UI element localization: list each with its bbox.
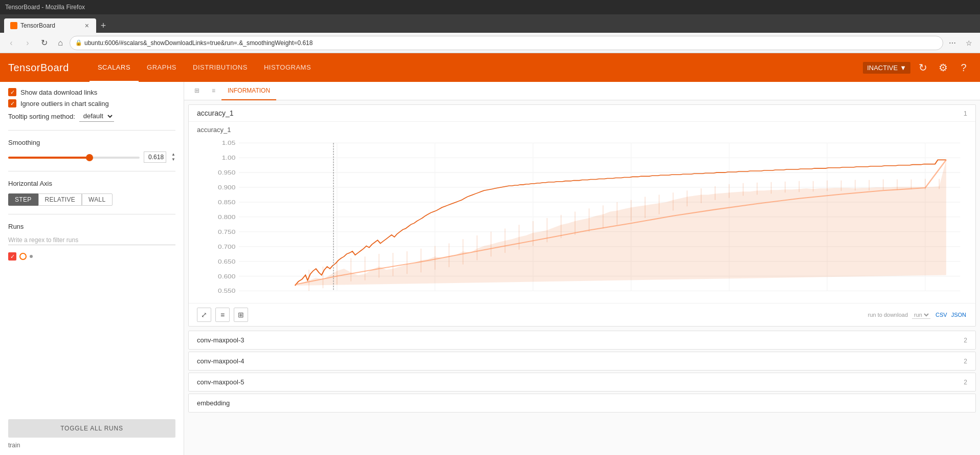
section-row-conv3[interactable]: conv-maxpool-3 2 [188,331,976,350]
section-row-embedding[interactable]: embedding [188,394,976,413]
smoothing-fill [8,157,90,159]
runs-label: Runs [8,223,175,230]
smoothing-value-input[interactable]: 0.618 [144,151,166,163]
sidebar: ✓ Show data download links ✓ Ignore outl… [0,82,184,455]
y-axis-labels: 1.05 1.00 0.950 0.900 0.850 0.800 0.750 … [218,140,236,294]
smoothing-up-btn[interactable]: ▲ [171,152,175,157]
section-title-embedding: embedding [197,399,967,407]
axis-step-button[interactable]: STEP [8,193,38,206]
app-container: TensorBoard SCALARS GRAPHS DISTRIBUTIONS… [0,53,980,455]
svg-text:0.750: 0.750 [218,229,236,235]
more-button[interactable]: ⋯ [945,36,960,50]
svg-text:0.650: 0.650 [218,258,236,265]
browser-title: TensorBoard - Mozilla Firefox [5,4,85,11]
nav-graphs[interactable]: GRAPHS [139,53,185,82]
lock-icon: 🔒 [75,39,82,46]
forward-button[interactable]: › [20,36,35,50]
toggle-all-runs-button[interactable]: TOGGLE ALL RUNS [8,419,175,438]
chart-section-accuracy: accuracy_1 1 accuracy_1 [188,104,976,327]
axis-wall-button[interactable]: WALL [82,193,112,206]
list-chart-button[interactable]: ≡ [215,308,230,322]
bookmark-button[interactable]: ☆ [962,36,976,50]
svg-text:1.00: 1.00 [222,155,236,161]
section-num-conv3: 2 [964,337,967,344]
axis-buttons: STEP RELATIVE WALL [8,193,175,206]
smoothing-spinners: ▲ ▼ [171,152,175,162]
main-content: ✓ Show data download links ✓ Ignore outl… [0,82,980,455]
svg-text:0.950: 0.950 [218,170,236,176]
run-download-select[interactable]: run [912,311,930,319]
chart-toolbar: ⤢ ≡ ⊞ run to download run CSV [189,303,975,326]
chart-wrapper: 1.05 1.00 0.950 0.900 0.850 0.800 0.750 … [189,134,975,303]
reload-button[interactable]: ↻ [37,36,51,50]
runs-filter-input[interactable] [8,235,175,245]
browser-chrome: TensorBoard - Mozilla Firefox TensorBoar… [0,0,980,53]
divider-1 [8,130,175,131]
settings-button[interactable]: ⚙ [935,59,951,76]
chart-main-title: accuracy_1 [197,109,964,117]
run-circle[interactable] [19,253,27,260]
axis-relative-button[interactable]: RELATIVE [38,193,82,206]
top-tab-list[interactable]: ≡ [206,82,221,100]
help-button[interactable]: ? [955,59,972,76]
tooltip-row: Tooltip sorting method: default [8,111,175,122]
smoothing-label: Smoothing [8,139,175,146]
sidebar-checkboxes: ✓ Show data download links ✓ Ignore outl… [8,88,175,122]
home-button[interactable]: ⌂ [53,36,68,50]
browser-tabs: TensorBoard × + [0,14,980,33]
tooltip-select[interactable]: default [79,111,114,122]
top-tabs-bar: ⊞ ≡ INFORMATION [184,82,980,100]
run-to-download-label: run to download [868,312,908,318]
nav-scalars[interactable]: SCALARS [90,53,139,82]
browser-tab-active[interactable]: TensorBoard × [4,18,96,33]
section-row-conv5[interactable]: conv-maxpool-5 2 [188,373,976,392]
runs-section: Runs ✓ [8,223,175,261]
svg-text:0.900: 0.900 [218,185,236,191]
nav-distributions[interactable]: DISTRIBUTIONS [185,53,256,82]
axis-section: Horizontal Axis STEP RELATIVE WALL [8,180,175,206]
smoothing-row: 0.618 ▲ ▼ [8,151,175,163]
section-row-conv4[interactable]: conv-maxpool-4 2 [188,352,976,371]
nav-histograms[interactable]: HISTOGRAMS [256,53,319,82]
smoothing-thumb[interactable] [86,154,93,161]
app-header-right: INACTIVE ▼ ↻ ⚙ ? [863,59,972,76]
address-bar[interactable]: 🔒 ubuntu:6006/#scalars&_showDownloadLink… [70,36,943,50]
divider-3 [8,214,175,214]
app-logo: TensorBoard [8,62,69,74]
smoothing-down-btn[interactable]: ▼ [171,157,175,162]
svg-text:0.550: 0.550 [218,288,236,294]
app-nav: SCALARS GRAPHS DISTRIBUTIONS HISTOGRAMS [90,53,319,82]
smoothing-section: Smoothing 0.618 ▲ ▼ [8,139,175,163]
top-tab-info[interactable]: INFORMATION [221,82,276,100]
show-download-links-checkbox[interactable]: ✓ [8,88,16,96]
expand-chart-button[interactable]: ⤢ [197,308,211,322]
section-num-conv4: 2 [964,358,967,365]
browser-titlebar: TensorBoard - Mozilla Firefox [0,0,980,14]
tab-favicon [10,22,17,29]
sidebar-spacer [8,267,175,407]
train-label: train [8,442,175,449]
refresh-button[interactable]: ↻ [915,59,931,76]
chart-header-num: 1 [964,110,967,117]
csv-download-button[interactable]: CSV [934,312,948,318]
section-title-conv4: conv-maxpool-4 [197,357,964,365]
json-download-button[interactable]: JSON [950,312,967,318]
ignore-outliers-checkbox[interactable]: ✓ [8,99,16,107]
sidebar-bottom: TOGGLE ALL RUNS train [8,413,175,449]
tooltip-label: Tooltip sorting method: [8,113,75,120]
inactive-dropdown[interactable]: INACTIVE ▼ [863,62,910,74]
chart-inner-title: accuracy_1 [189,122,975,134]
divider-2 [8,171,175,171]
top-tab-grid[interactable]: ⊞ [188,82,206,100]
grid-chart-button[interactable]: ⊞ [234,308,248,322]
back-button[interactable]: ‹ [4,36,18,50]
runs-icons: ✓ [8,252,175,261]
section-title-conv3: conv-maxpool-3 [197,336,964,344]
new-tab-button[interactable]: + [96,18,110,33]
tab-close-button[interactable]: × [84,20,90,31]
smoothing-slider[interactable] [8,157,140,159]
chart-header: accuracy_1 1 [189,105,975,122]
section-title-conv5: conv-maxpool-5 [197,378,964,386]
svg-text:0.600: 0.600 [218,273,236,279]
run-checkbox-train[interactable]: ✓ [8,252,16,261]
